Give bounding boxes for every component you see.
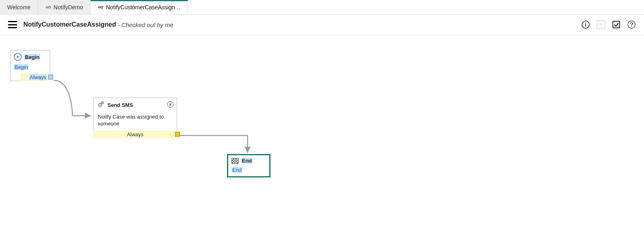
page-title: NotifyCustomerCaseAssigned: [23, 21, 116, 28]
svg-rect-4: [101, 6, 103, 8]
transition-begin[interactable]: Always: [21, 73, 50, 81]
process-icon: [98, 4, 103, 10]
svg-point-16: [102, 102, 103, 103]
node-description: Notify Case was assigned to someone: [94, 112, 177, 131]
svg-point-3: [99, 6, 100, 8]
tab-bar: Welcome NotifyDemo NotifyCustomerCaseAss…: [0, 0, 644, 15]
flow-node-begin[interactable]: Begin Begin Always: [10, 50, 50, 81]
help-icon[interactable]: [627, 20, 636, 29]
tab-notifydemo[interactable]: NotifyDemo: [38, 0, 91, 14]
transition-label: Always: [127, 131, 143, 138]
flow-canvas[interactable]: Begin Begin Always Send SMS Notify Case …: [0, 35, 644, 237]
run-button[interactable]: [597, 20, 605, 29]
transition-send[interactable]: Always: [93, 131, 177, 138]
svg-marker-9: [601, 24, 601, 25]
svg-point-14: [99, 104, 101, 106]
node-subtitle: Begin: [14, 64, 29, 70]
node-title: Begin: [24, 54, 40, 60]
menu-button[interactable]: [8, 21, 17, 28]
node-title: Send SMS: [107, 102, 133, 108]
page-header: NotifyCustomerCaseAssigned - Checked out…: [0, 15, 644, 35]
transition-label: Always: [29, 74, 47, 80]
flow-node-end[interactable]: End End: [227, 154, 270, 177]
svg-point-0: [46, 6, 48, 8]
process-icon: [45, 4, 51, 10]
close-icon[interactable]: [167, 101, 173, 108]
connector-port[interactable]: [48, 75, 53, 79]
end-flag-icon: [231, 158, 239, 164]
tab-label: NotifyDemo: [54, 4, 83, 10]
info-icon[interactable]: [581, 20, 590, 29]
tab-label: NotifyCustomerCaseAssign…: [106, 4, 180, 10]
node-title: End: [241, 158, 253, 164]
flow-node-send-sms[interactable]: Send SMS Notify Case was assigned to som…: [93, 98, 177, 138]
begin-icon: [14, 53, 22, 61]
svg-rect-8: [585, 24, 586, 26]
tab-welcome[interactable]: Welcome: [0, 0, 38, 14]
svg-rect-1: [49, 6, 50, 8]
svg-point-12: [631, 26, 632, 27]
svg-rect-10: [613, 21, 620, 28]
svg-point-7: [585, 23, 586, 23]
node-subtitle: End: [231, 167, 242, 173]
tab-notifycustomer[interactable]: NotifyCustomerCaseAssign…: [91, 0, 188, 14]
gears-icon: [97, 100, 105, 110]
header-actions: [581, 20, 636, 29]
checkout-status: - Checked out by me: [118, 21, 173, 28]
connector-port[interactable]: [175, 132, 180, 137]
tab-label: Welcome: [7, 4, 31, 10]
validate-icon[interactable]: [612, 20, 621, 29]
